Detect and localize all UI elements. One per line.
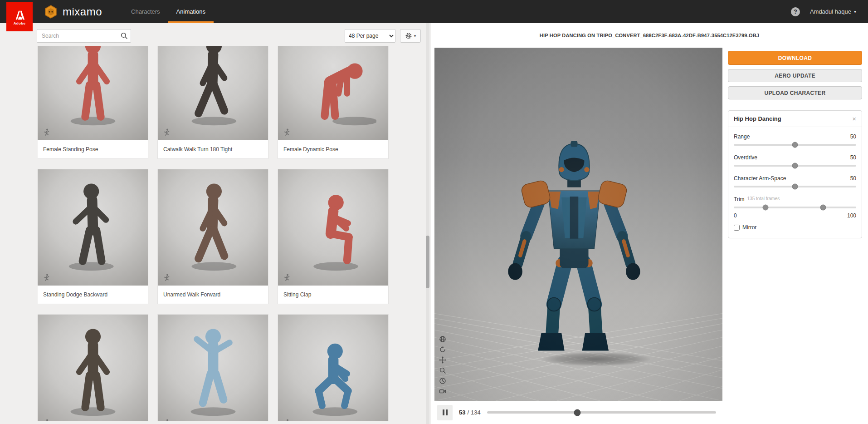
adobe-logo[interactable]: Adobe	[6, 2, 33, 31]
animation-thumbnail[interactable]	[278, 46, 388, 140]
character-figure	[170, 46, 256, 137]
timeline-handle[interactable]	[574, 409, 581, 416]
panel-title: Hip Hop Dancing	[734, 115, 781, 122]
frame-counter: 53/134	[459, 409, 481, 416]
character-figure	[50, 178, 136, 282]
zoom-icon[interactable]	[439, 366, 447, 375]
scrollbar-track[interactable]	[426, 23, 429, 424]
animations-toolbar: 48 Per page ▾	[37, 29, 421, 43]
user-menu[interactable]: Amdadul haque ▾	[810, 8, 856, 15]
slider-track[interactable]	[734, 144, 856, 146]
slider-handle[interactable]	[792, 184, 798, 190]
orbit-rotate-icon[interactable]	[439, 345, 447, 354]
animation-card[interactable]: Sitting Clap	[278, 169, 388, 304]
search-field-wrap	[37, 29, 131, 43]
reset-time-icon[interactable]	[439, 377, 447, 385]
download-button[interactable]: DOWNLOAD	[728, 51, 862, 65]
range-slider: Range 50	[734, 133, 856, 146]
pan-move-icon[interactable]	[439, 356, 447, 364]
trim-min-label: 0	[734, 212, 737, 219]
globe-icon[interactable]	[439, 335, 447, 343]
aero-update-button[interactable]: AERO UPDATE	[728, 69, 862, 82]
tab-characters[interactable]: Characters	[123, 0, 168, 23]
motion-icon	[42, 273, 50, 281]
viewport-3d[interactable]	[434, 48, 722, 401]
chevron-down-icon: ▾	[854, 9, 856, 14]
character-figure	[290, 324, 376, 421]
animation-thumbnail[interactable]	[38, 169, 148, 286]
search-icon	[120, 32, 128, 41]
slider-label: Character Arm-Space	[734, 175, 786, 182]
slider-label: Overdrive	[734, 154, 757, 161]
viewport-tools	[439, 335, 447, 395]
animation-card-label: Catwalk Walk Turn 180 Tight	[158, 140, 268, 158]
playback-bar: 53/134	[434, 401, 722, 424]
animation-card[interactable]: Female Standing Pose	[38, 46, 148, 158]
motion-icon	[283, 128, 291, 136]
mirror-checkbox[interactable]	[734, 225, 740, 231]
main-nav: Characters Animations	[123, 0, 214, 23]
animations-grid: Female Standing Pose Catwalk Walk Turn 1…	[38, 46, 396, 421]
animation-card[interactable]: Female Dynamic Pose	[278, 46, 388, 158]
scrollbar-thumb[interactable]	[426, 236, 429, 288]
animation-card[interactable]: Unarmed Walk Forward	[158, 169, 268, 304]
slider-label: Range	[734, 133, 750, 140]
trim-start-handle[interactable]	[763, 205, 769, 211]
motion-icon	[283, 419, 291, 421]
search-input[interactable]	[37, 29, 131, 43]
slider-handle[interactable]	[792, 163, 798, 169]
overdrive-slider: Overdrive 50	[734, 154, 856, 167]
animation-thumbnail[interactable]	[158, 46, 268, 140]
animation-thumbnail[interactable]	[38, 46, 148, 140]
slider-track[interactable]	[734, 207, 856, 208]
animation-card-label: Standing Dodge Backward	[38, 286, 148, 304]
total-frames: 134	[471, 409, 481, 416]
animation-thumbnail[interactable]	[278, 169, 388, 286]
trim-end-handle[interactable]	[820, 205, 826, 211]
character-model	[498, 137, 649, 373]
animation-thumbnail[interactable]	[278, 315, 388, 421]
upload-character-button[interactable]: UPLOAD CHARACTER	[728, 86, 862, 99]
topbar-right: ? Amdadul haque ▾	[791, 0, 868, 23]
frame-separator: /	[467, 409, 469, 416]
animation-card[interactable]	[278, 315, 388, 421]
pause-button[interactable]	[437, 405, 453, 420]
animation-card-label: Sitting Clap	[278, 286, 388, 304]
mirror-label: Mirror	[742, 224, 756, 231]
animation-thumbnail[interactable]	[38, 315, 148, 421]
animation-card[interactable]	[158, 315, 268, 421]
tab-animations[interactable]: Animations	[168, 0, 214, 23]
viewer-sidebar: DOWNLOAD AERO UPDATE UPLOAD CHARACTER Hi…	[728, 48, 862, 424]
animation-thumbnail[interactable]	[158, 169, 268, 286]
animations-panel: 48 Per page ▾ Female Standing Pose	[0, 23, 431, 424]
mixamo-logo[interactable]: mixamo	[44, 0, 102, 23]
timeline-track[interactable]	[487, 411, 716, 414]
animation-settings-panel: Hip Hop Dancing × Range 50	[728, 110, 862, 238]
motion-icon	[42, 128, 50, 136]
animation-card[interactable]: Standing Dodge Backward	[38, 169, 148, 304]
slider-value: 50	[850, 133, 856, 140]
user-name: Amdadul haque	[810, 8, 851, 15]
settings-button[interactable]: ▾	[400, 29, 421, 43]
slider-handle[interactable]	[792, 142, 798, 148]
current-frame: 53	[459, 409, 465, 416]
animation-card[interactable]	[38, 315, 148, 421]
animation-card[interactable]: Catwalk Walk Turn 180 Tight	[158, 46, 268, 158]
animation-card-label: Female Standing Pose	[38, 140, 148, 158]
topbar: Adobe mixamo Characters Animations ? Amd…	[0, 0, 868, 23]
close-icon[interactable]: ×	[852, 115, 856, 122]
camera-icon[interactable]	[439, 387, 447, 395]
help-icon[interactable]: ?	[791, 7, 800, 16]
trim-slider: Trim 135 total frames 0 100	[734, 196, 856, 219]
motion-icon	[162, 128, 171, 136]
character-figure	[50, 46, 136, 137]
mirror-option: Mirror	[734, 224, 856, 231]
slider-track[interactable]	[734, 186, 856, 187]
slider-track[interactable]	[734, 165, 856, 167]
animation-thumbnail[interactable]	[158, 315, 268, 421]
arm-space-slider: Character Arm-Space 50	[734, 175, 856, 187]
animation-card-label: Female Dynamic Pose	[278, 140, 388, 158]
slider-value: 50	[850, 175, 856, 182]
chevron-down-icon: ▾	[414, 34, 416, 38]
per-page-select[interactable]: 48 Per page	[345, 29, 395, 43]
